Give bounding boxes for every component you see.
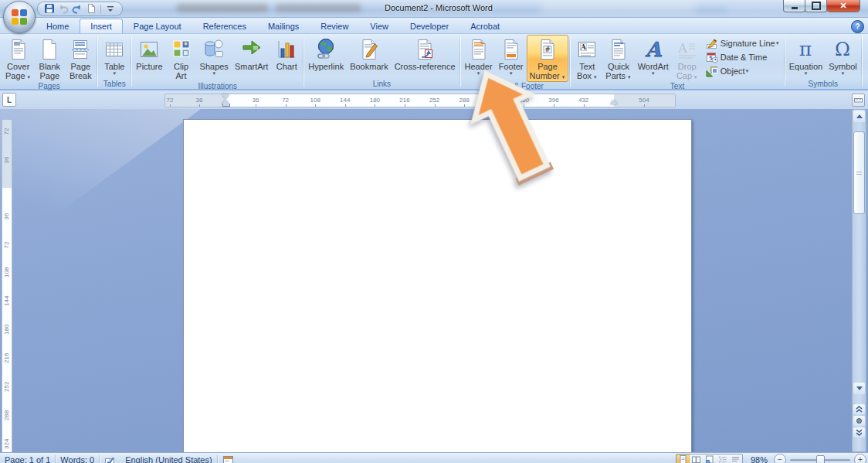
new-doc-icon <box>86 3 97 15</box>
save-button[interactable] <box>42 3 56 15</box>
web-layout-view-button[interactable] <box>703 454 716 463</box>
vertical-scrollbar[interactable] <box>852 109 866 452</box>
tab-view[interactable]: View <box>359 19 399 33</box>
tab-home[interactable]: Home <box>36 19 80 33</box>
button-label: PageBreak <box>70 62 92 80</box>
scroll-down-icon <box>856 386 863 390</box>
ruler-toggle-button[interactable] <box>852 94 865 107</box>
maximize-button[interactable] <box>805 0 827 12</box>
new-document-button[interactable] <box>84 3 98 15</box>
tab-page-layout[interactable]: Page Layout <box>123 19 192 33</box>
customize-quick-access-button[interactable] <box>103 3 117 15</box>
page-indicator[interactable]: Page: 1 of 1 <box>0 453 55 463</box>
language-status[interactable]: English (United States) <box>120 453 217 463</box>
blank-page-button[interactable]: BlankPage <box>34 35 65 82</box>
tab-review[interactable]: Review <box>310 19 359 33</box>
proofing-panel-button[interactable] <box>218 453 239 463</box>
scrollbar-thumb[interactable] <box>853 131 865 214</box>
shapes-button[interactable]: Shapes▼ <box>197 35 232 82</box>
ruler-tick <box>584 104 585 107</box>
zoom-in-button[interactable]: + <box>854 454 866 463</box>
dropdown-arrow-icon: ▼ <box>592 75 598 80</box>
office-button[interactable] <box>3 1 36 33</box>
redo-button[interactable] <box>70 3 84 15</box>
signature-line-button[interactable]: Signature Line ▼ <box>703 36 783 50</box>
scroll-down-button[interactable] <box>853 383 865 394</box>
dropdown-arrow-icon: ▼ <box>775 41 780 46</box>
page-number-button[interactable]: #PageNumber ▼ <box>527 35 569 82</box>
table-button[interactable]: Table▼ <box>99 35 130 80</box>
ruler-number: 216 <box>3 356 11 363</box>
draft-view-button[interactable] <box>729 454 742 463</box>
word-count[interactable]: Words: 0 <box>56 453 99 463</box>
scrollbar-grip-icon <box>856 172 862 175</box>
quick-parts-button[interactable]: QuickParts ▼ <box>602 35 634 82</box>
zoom-level[interactable]: 98% <box>751 455 768 463</box>
symbol-button[interactable]: ΩSymbol▼ <box>826 35 860 80</box>
tab-stop-selector[interactable]: L <box>2 93 16 107</box>
document-page[interactable] <box>183 119 692 452</box>
group-label: Symbols <box>786 80 860 89</box>
chart-button[interactable]: Chart <box>271 35 302 82</box>
right-indent-marker[interactable] <box>610 100 618 104</box>
hyperlink-button[interactable]: Hyperlink <box>305 35 347 80</box>
page-indicator-label: Page: 1 of 1 <box>5 455 50 463</box>
wordart-button[interactable]: AWordArt▼ <box>635 35 672 82</box>
save-icon <box>44 3 55 15</box>
equation-button[interactable]: πEquation▼ <box>786 35 826 80</box>
text-box-button[interactable]: ATextBox ▼ <box>571 35 602 82</box>
next-page-button[interactable] <box>853 427 865 437</box>
smartart-button[interactable]: SmartArt <box>232 35 271 82</box>
outline-view-button[interactable] <box>716 454 729 463</box>
tab-mailings[interactable]: Mailings <box>257 19 310 33</box>
ruler-number: 72 <box>281 97 290 104</box>
page-break-button[interactable]: PageBreak <box>65 35 96 82</box>
zoom-slider-thumb[interactable] <box>816 455 825 463</box>
cross-reference-icon <box>412 37 437 62</box>
footer-button[interactable]: Footer▼ <box>496 35 527 82</box>
zoom-out-button[interactable]: − <box>774 454 786 463</box>
full-screen-reading-view-button[interactable] <box>690 454 703 463</box>
cover-page-icon <box>6 37 31 62</box>
tab-insert[interactable]: Insert <box>80 19 123 33</box>
cover-page-button[interactable]: CoverPage ▼ <box>2 35 34 82</box>
dropdown-arrow-icon: ▼ <box>476 71 481 76</box>
cross-reference-button[interactable]: Cross-reference <box>392 35 459 80</box>
help-button[interactable]: ? <box>851 20 864 33</box>
ruler-number: 504 <box>638 97 649 104</box>
smartart-icon <box>239 37 264 62</box>
zoom-slider-track[interactable] <box>790 459 850 461</box>
button-label: CoverPage ▼ <box>5 62 31 80</box>
qat-more-icon <box>105 3 116 15</box>
close-button[interactable]: ✕ <box>826 0 860 12</box>
ruler-tick <box>286 104 287 107</box>
tab-references[interactable]: References <box>192 19 257 33</box>
button-label: WordArt <box>638 62 669 71</box>
select-browse-object-button[interactable] <box>853 416 865 426</box>
picture-button[interactable]: Picture <box>133 35 165 82</box>
word-window: Document2 - Microsoft Word ✕ HomeInsertP… <box>0 0 868 463</box>
ribbon-group-header-footer: Header▼Footer▼#PageNumber ▼Header & Foot… <box>460 34 571 89</box>
clip-art-button[interactable]: ClipArt <box>166 35 197 82</box>
print-layout-view-button[interactable] <box>676 454 690 463</box>
previous-page-button[interactable] <box>853 404 865 414</box>
scroll-up-button[interactable] <box>853 111 865 122</box>
date-time-icon: 5 <box>706 51 718 63</box>
date-time-button[interactable]: 5Date & Time <box>703 50 783 64</box>
picture-icon <box>137 37 161 62</box>
ruler-tick <box>345 104 346 107</box>
dropdown-arrow-icon: ▼ <box>840 71 845 76</box>
undo-button[interactable] <box>56 3 70 15</box>
first-line-indent-marker[interactable] <box>222 94 229 99</box>
ruler-number: 108 <box>3 270 11 277</box>
header-button[interactable]: Header▼ <box>462 35 496 82</box>
bookmark-icon <box>357 37 381 62</box>
left-indent-box-marker[interactable] <box>222 104 230 107</box>
bookmark-button[interactable]: Bookmark <box>347 35 392 80</box>
minimize-button[interactable] <box>783 0 805 12</box>
spellcheck-status[interactable] <box>100 453 120 463</box>
tab-developer[interactable]: Developer <box>399 19 459 33</box>
proofing-panel-icon <box>222 454 234 463</box>
object-button[interactable]: Object ▼ <box>703 64 783 78</box>
tab-acrobat[interactable]: Acrobat <box>459 19 510 33</box>
